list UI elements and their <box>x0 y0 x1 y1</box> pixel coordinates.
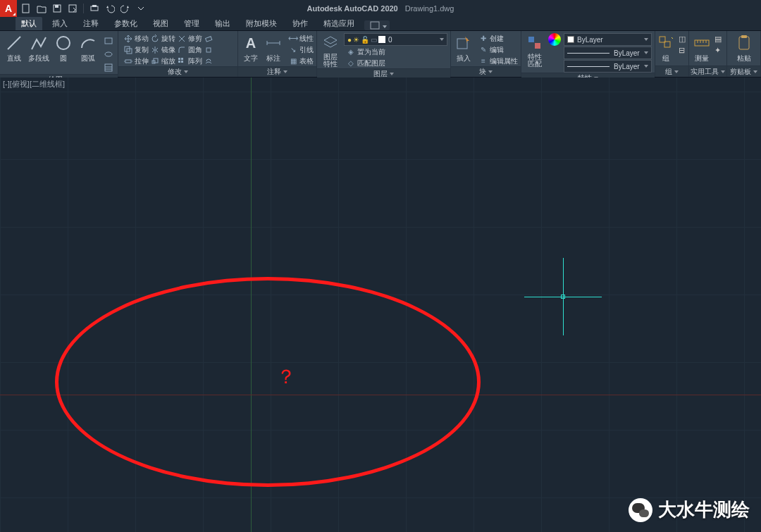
clipboard-icon <box>734 33 754 53</box>
ribbon-tabs: 默认 插入 注释 参数化 视图 管理 输出 附加模块 协作 精选应用 <box>0 17 761 31</box>
move-icon[interactable] <box>123 34 133 44</box>
fillet-icon[interactable] <box>177 45 187 55</box>
viewport-label[interactable]: [-][俯视][二维线框] <box>3 79 65 89</box>
arc-button[interactable]: 圆弧 <box>78 33 99 63</box>
offset-icon[interactable] <box>204 56 214 66</box>
panel-layers: 图层 特性 ● ☀ 🔓 ▭ 0 ◈置为当前 ◇匹配图层 图层 <box>317 31 451 77</box>
qat-undo-icon[interactable] <box>104 2 116 15</box>
tab-parametric[interactable]: 参数化 <box>109 17 143 30</box>
product-name: Autodesk AutoCAD 2020 <box>307 4 398 13</box>
app-menu-button[interactable]: A <box>0 0 17 17</box>
stretch-icon[interactable] <box>123 56 133 66</box>
dim-button[interactable]: 标注 <box>264 33 283 63</box>
modify-row1: 移动 旋转 修剪 <box>121 33 235 44</box>
rotate-icon[interactable] <box>150 34 160 44</box>
table-button[interactable]: ▦表格 <box>286 56 316 66</box>
panel-block-title[interactable]: 块 <box>451 66 521 77</box>
tab-manage[interactable]: 管理 <box>178 17 205 30</box>
qat-dropdown-icon[interactable] <box>135 2 147 15</box>
lineweight-dropdown[interactable]: ByLayer <box>564 47 652 59</box>
leader-icon: ↘ <box>288 45 298 55</box>
block-attr-button[interactable]: ≡编辑属性 <box>476 56 520 66</box>
linetype-dropdown[interactable]: ByLayer <box>564 60 652 73</box>
tab-annotate[interactable]: 注释 <box>78 17 104 30</box>
qat-redo-icon[interactable] <box>119 2 132 15</box>
layer-dropdown[interactable]: ● ☀ 🔓 ▭ 0 <box>344 33 447 46</box>
svg-rect-18 <box>125 60 131 63</box>
layer-name: 0 <box>388 36 392 44</box>
svg-rect-26 <box>528 37 534 42</box>
panel-clipboard: 粘贴 剪贴板 <box>727 31 761 77</box>
circle-button[interactable]: 圆 <box>53 33 75 63</box>
mirror-icon[interactable] <box>150 45 160 55</box>
group-edit-icon[interactable]: ◫ <box>679 35 688 44</box>
panel-util-title[interactable]: 实用工具 <box>689 66 726 77</box>
group-button[interactable]: 组 <box>656 33 676 63</box>
svg-rect-5 <box>92 5 97 7</box>
qat-new-icon[interactable] <box>20 2 32 15</box>
tab-default[interactable]: 默认 <box>16 17 42 30</box>
layer-properties-button[interactable]: 图层 特性 <box>320 33 341 68</box>
panel-clip-title[interactable]: 剪贴板 <box>727 66 760 77</box>
grid-line <box>744 78 745 532</box>
color-swatch <box>567 36 574 43</box>
scale-icon[interactable] <box>150 56 160 66</box>
explode-icon[interactable] <box>204 45 214 55</box>
drawing-area[interactable]: [-][俯视][二维线框] ？ 大水牛测绘 <box>0 78 761 532</box>
panel-group-title[interactable]: 组 <box>655 66 688 77</box>
tab-addins[interactable]: 附加模块 <box>240 17 283 30</box>
line-button[interactable]: 直线 <box>3 33 25 63</box>
tab-output[interactable]: 输出 <box>209 17 236 30</box>
hatch-icon[interactable] <box>102 61 115 74</box>
panel-modify-title[interactable]: 修改 <box>118 66 237 77</box>
make-current-button[interactable]: ◈置为当前 <box>344 47 447 57</box>
trim-icon[interactable] <box>177 34 187 44</box>
paste-button[interactable]: 粘贴 <box>733 33 755 63</box>
quick-access-toolbar <box>17 2 147 15</box>
block-edit-button[interactable]: ✎编辑 <box>476 44 520 55</box>
rectangle-icon[interactable] <box>102 35 115 47</box>
tab-collab[interactable]: 协作 <box>287 17 314 30</box>
match-layer-button[interactable]: ◇匹配图层 <box>344 58 447 68</box>
linear-dim-button[interactable]: ⟷线性 <box>286 33 316 44</box>
array-icon[interactable] <box>177 56 187 66</box>
qat-save-icon[interactable] <box>51 2 63 15</box>
color-dropdown[interactable]: ByLayer <box>564 33 652 46</box>
color-wheel-icon[interactable] <box>548 33 561 46</box>
qat-plot-icon[interactable] <box>88 2 101 15</box>
measure-button[interactable]: 测量 <box>692 33 712 63</box>
svg-point-8 <box>57 37 70 49</box>
leader-button[interactable]: ↘引线 <box>286 44 316 55</box>
calculator-icon[interactable]: ▤ <box>714 35 724 44</box>
arc-icon <box>78 33 98 53</box>
svg-rect-6 <box>371 22 379 29</box>
circle-icon <box>54 33 73 53</box>
match-props-icon <box>525 33 545 53</box>
svg-rect-35 <box>739 37 749 49</box>
ungroup-icon[interactable]: ⊟ <box>679 46 688 56</box>
copy-icon[interactable] <box>123 45 133 55</box>
wechat-icon <box>629 498 652 522</box>
annotation-ellipse <box>55 277 481 487</box>
ellipse-icon[interactable] <box>102 48 115 61</box>
modify-row3: 拉伸 缩放 阵列 <box>121 56 235 66</box>
box-icon <box>370 21 380 30</box>
erase-icon[interactable] <box>204 34 214 44</box>
block-create-button[interactable]: ✚创建 <box>476 33 520 44</box>
tab-insert[interactable]: 插入 <box>47 17 73 30</box>
polyline-button[interactable]: 多段线 <box>27 33 49 63</box>
qat-saveas-icon[interactable] <box>66 2 79 15</box>
match-properties-button[interactable]: 特性 匹配 <box>524 33 545 68</box>
tab-featured[interactable]: 精选应用 <box>318 17 360 30</box>
polyline-icon <box>29 33 49 53</box>
text-button[interactable]: A 文字 <box>241 33 261 63</box>
tab-view[interactable]: 视图 <box>147 17 174 30</box>
tab-extra-dropdown[interactable] <box>364 20 390 30</box>
insert-block-button[interactable]: 插入 <box>454 33 474 63</box>
layer-match-icon: ◇ <box>346 58 356 68</box>
qat-open-icon[interactable] <box>35 2 48 15</box>
separator <box>83 4 84 13</box>
attr-icon: ≡ <box>478 56 488 66</box>
panel-annot-title[interactable]: 注释 <box>238 66 316 77</box>
point-icon[interactable]: ✦ <box>714 46 724 56</box>
